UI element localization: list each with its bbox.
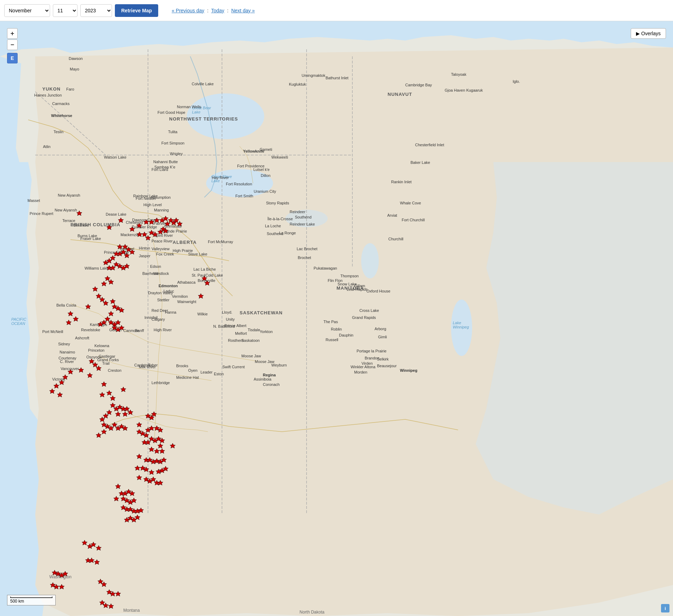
retrieve-map-button[interactable]: Retrieve Map (115, 4, 158, 17)
svg-marker-54 (101, 281, 106, 286)
zoom-e-button[interactable]: E (7, 53, 18, 63)
svg-marker-58 (103, 301, 108, 306)
month-select[interactable]: JanuaryFebruaryMarch AprilMayJune JulyAu… (4, 4, 50, 17)
today-link[interactable]: Today (211, 8, 224, 13)
scale-bar-line (10, 597, 53, 598)
svg-marker-152 (136, 475, 142, 480)
svg-marker-191 (59, 584, 64, 589)
svg-marker-13 (118, 218, 123, 223)
svg-marker-138 (136, 454, 142, 459)
svg-marker-94 (99, 392, 105, 397)
star-marker (143, 219, 149, 225)
star-marker (163, 216, 168, 221)
map-controls: + − E (7, 28, 18, 63)
star-marker (129, 226, 135, 232)
svg-marker-74 (68, 311, 73, 316)
star-marker (119, 325, 124, 331)
star-marker (106, 224, 112, 230)
star-marker (136, 454, 142, 459)
svg-marker-133 (158, 443, 163, 448)
svg-point-3 (451, 300, 472, 356)
svg-marker-188 (62, 571, 68, 576)
svg-marker-88 (49, 389, 55, 394)
svg-marker-119 (136, 422, 142, 427)
info-button[interactable]: i (661, 604, 669, 612)
svg-marker-90 (87, 373, 92, 378)
svg-marker-113 (122, 426, 128, 431)
star-marker (99, 392, 105, 398)
overlays-button[interactable]: ▶ Overlays (631, 28, 666, 39)
star-marker (163, 466, 168, 472)
star-marker (158, 443, 163, 449)
star-marker (119, 307, 124, 313)
star-marker (154, 448, 160, 454)
svg-marker-144 (161, 457, 166, 462)
star-marker (82, 540, 87, 546)
svg-marker-82 (96, 366, 101, 371)
next-day-link[interactable]: Next day » (231, 8, 255, 13)
star-marker (108, 603, 114, 609)
star-marker (118, 217, 124, 223)
svg-marker-21 (163, 216, 168, 221)
svg-marker-55 (92, 287, 98, 291)
svg-marker-183 (89, 558, 94, 563)
star-marker (110, 298, 116, 304)
star-marker (99, 417, 105, 422)
svg-marker-35 (117, 244, 122, 249)
star-marker (54, 584, 59, 590)
svg-marker-84 (68, 369, 73, 374)
star-marker (68, 369, 73, 375)
svg-marker-132 (159, 438, 165, 443)
svg-marker-199 (108, 604, 113, 609)
nav-separator-2: : (227, 8, 228, 13)
svg-marker-195 (110, 591, 115, 596)
svg-marker-85 (62, 375, 68, 380)
svg-marker-66 (98, 322, 103, 327)
svg-marker-83 (78, 368, 84, 372)
svg-marker-126 (158, 427, 163, 432)
svg-marker-89 (57, 392, 62, 397)
svg-marker-102 (128, 410, 133, 415)
star-marker (62, 571, 68, 577)
svg-marker-106 (99, 417, 105, 422)
star-marker (115, 320, 121, 325)
svg-marker-34 (163, 228, 168, 233)
svg-marker-93 (110, 396, 115, 401)
svg-marker-15 (129, 227, 135, 232)
svg-marker-16 (136, 223, 142, 228)
star-marker (108, 311, 114, 316)
star-marker (152, 232, 158, 237)
star-marker (101, 281, 107, 287)
svg-marker-19 (154, 218, 159, 223)
svg-marker-157 (158, 480, 163, 485)
svg-marker-190 (54, 584, 59, 589)
svg-marker-124 (149, 426, 154, 431)
star-marker (101, 581, 107, 587)
year-select[interactable]: 202020212022 20232024 (80, 4, 112, 17)
star-marker (135, 515, 140, 520)
svg-marker-17 (143, 220, 149, 224)
star-marker (135, 465, 140, 471)
star-marker (103, 300, 109, 306)
star-marker (103, 260, 109, 265)
prev-day-link[interactable]: « Previous day (172, 8, 204, 13)
svg-marker-180 (91, 542, 96, 547)
svg-marker-177 (135, 515, 140, 520)
svg-marker-137 (170, 443, 175, 448)
day-select[interactable]: 1234 5678 91011 12131415 16171819 202122… (53, 4, 78, 17)
svg-marker-136 (159, 449, 165, 454)
svg-marker-86 (59, 380, 64, 385)
svg-marker-76 (73, 316, 78, 321)
zoom-out-button[interactable]: − (7, 39, 18, 50)
zoom-in-button[interactable]: + (7, 28, 18, 39)
star-marker (115, 411, 121, 417)
star-marker (131, 498, 137, 503)
svg-marker-167 (131, 498, 136, 503)
svg-marker-78 (204, 281, 210, 285)
svg-marker-18 (149, 220, 154, 224)
svg-marker-69 (115, 320, 121, 325)
star-marker (96, 365, 101, 371)
map-container[interactable]: + − E ▶ Overlays YUKON NORTHWEST TERRITO… (0, 21, 673, 616)
svg-marker-193 (101, 582, 106, 587)
star-marker (108, 279, 114, 285)
